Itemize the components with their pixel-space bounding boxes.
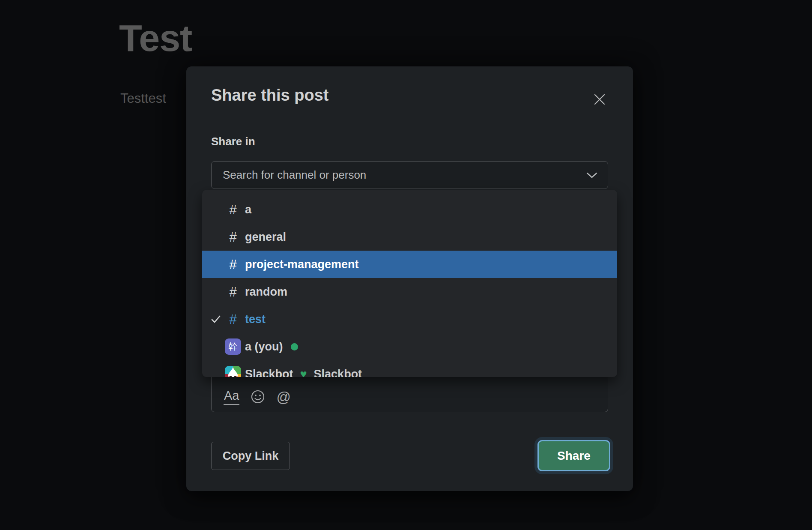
channel-name: random xyxy=(245,285,287,299)
page-subtitle: Testtest xyxy=(120,91,166,106)
dropdown-item-channel-test[interactable]: test xyxy=(202,305,617,333)
copy-link-button[interactable]: Copy Link xyxy=(211,442,290,470)
close-button[interactable] xyxy=(591,91,608,108)
composer-toolbar: Aa xyxy=(224,389,291,405)
at-sign-icon xyxy=(276,390,291,404)
channel-name: a xyxy=(245,203,251,216)
hash-icon xyxy=(229,203,236,216)
formatting-toggle-button[interactable]: Aa xyxy=(224,389,239,405)
emoji-picker-button[interactable] xyxy=(251,389,265,404)
dropdown-item-user-a[interactable]: 幹 a (you) xyxy=(202,333,617,360)
user-name: Slackbot xyxy=(245,368,293,377)
user-real-name: Slackbot xyxy=(314,368,362,377)
mention-button[interactable] xyxy=(276,390,291,404)
avatar: 幹 xyxy=(225,338,241,355)
share-in-label: Share in xyxy=(211,135,255,148)
hash-icon xyxy=(229,231,236,244)
hash-icon xyxy=(229,285,236,299)
share-post-dialog: Share this post Share in a general proje… xyxy=(186,66,633,491)
green-heart-icon xyxy=(300,368,307,377)
close-icon xyxy=(592,92,607,107)
dialog-title: Share this post xyxy=(211,86,329,105)
avatar-glyph: 幹 xyxy=(229,341,238,353)
page-title: Test xyxy=(119,16,192,60)
smiley-icon xyxy=(251,389,265,404)
channel-dropdown-list: a general project-management random test xyxy=(202,190,617,377)
dropdown-item-channel-random[interactable]: random xyxy=(202,278,617,305)
channel-search-combobox xyxy=(211,161,608,189)
channel-name: project-management xyxy=(245,258,359,271)
dropdown-item-channel-project-management[interactable]: project-management xyxy=(202,251,617,278)
slackbot-avatar-icon xyxy=(225,366,241,377)
share-button[interactable]: Share xyxy=(539,441,609,470)
checkmark-icon xyxy=(207,314,224,325)
user-name: a (you) xyxy=(245,340,283,353)
channel-name: general xyxy=(245,231,286,244)
channel-name: test xyxy=(245,313,266,326)
hash-icon xyxy=(229,313,236,326)
search-input[interactable] xyxy=(211,161,608,189)
presence-active-icon xyxy=(291,343,298,350)
dropdown-item-channel-general[interactable]: general xyxy=(202,223,617,251)
hash-icon xyxy=(229,258,236,271)
dropdown-item-user-slackbot[interactable]: Slackbot Slackbot xyxy=(202,360,617,377)
dropdown-item-channel-a[interactable]: a xyxy=(202,196,617,223)
